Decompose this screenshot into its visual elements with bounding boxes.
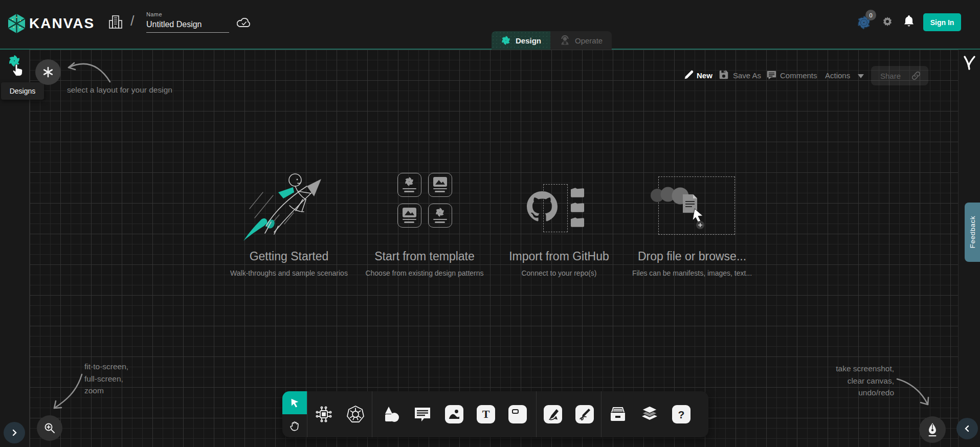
card-getting-started[interactable]: Getting Started Walk-throughs and sample… <box>217 169 361 277</box>
comment-bubble-icon <box>414 406 431 422</box>
history-hint-arrow <box>894 375 935 412</box>
component-chip-icon <box>315 406 332 423</box>
text-tool-button[interactable]: T <box>477 405 495 423</box>
select-tool-button[interactable] <box>282 391 307 414</box>
save-as-icon[interactable] <box>718 69 729 80</box>
card-title: Start from template <box>353 250 496 263</box>
brand-wordmark: KANVAS <box>29 15 95 32</box>
pointer-tools <box>282 391 307 437</box>
question-mark-icon: ? <box>678 409 685 420</box>
new-button[interactable]: New <box>697 71 712 80</box>
infra-tools <box>307 391 372 437</box>
copy-link-icon[interactable] <box>911 71 921 81</box>
operate-person-icon <box>560 35 570 46</box>
design-name-label: Name <box>146 11 229 17</box>
zoom-hint-arrow <box>45 371 86 415</box>
mode-tabs: Design Operate <box>492 31 612 50</box>
card-drop-file[interactable]: Drop file or browse... Files can be mani… <box>620 169 764 277</box>
media-tool-button[interactable] <box>445 405 463 423</box>
card-subtitle: Choose from existing design patterns <box>353 269 496 277</box>
zoom-button[interactable] <box>37 415 62 441</box>
annotation-tools: T <box>372 391 536 437</box>
new-pencil-icon[interactable] <box>683 69 695 80</box>
comment-tool-button[interactable] <box>413 405 432 423</box>
pan-tool-button[interactable] <box>282 414 307 437</box>
right-rail-logo-y[interactable] <box>963 55 976 71</box>
annotate-pen-button[interactable] <box>919 416 946 443</box>
organization-icon[interactable] <box>108 14 123 30</box>
help-button[interactable]: ? <box>672 405 691 423</box>
hand-pan-icon <box>289 420 300 432</box>
drawer-archive-icon <box>609 406 627 422</box>
save-as-button[interactable]: Save As <box>733 71 761 80</box>
template-tile-image <box>428 173 452 197</box>
chevron-left-icon <box>964 425 971 432</box>
tab-operate-label: Operate <box>575 36 603 45</box>
share-button[interactable]: Share <box>880 72 901 80</box>
layers-button[interactable] <box>640 405 659 423</box>
feedback-tab-label: Feedback <box>969 216 976 248</box>
designs-tooltip: Designs <box>1 82 44 100</box>
note-tool-button[interactable] <box>508 405 527 423</box>
kanvas-logo-icon[interactable] <box>8 13 26 34</box>
expand-left-panel-button[interactable] <box>4 422 25 443</box>
edge-pen-tool-button[interactable] <box>544 405 562 423</box>
chevron-down-icon[interactable] <box>857 74 864 79</box>
shapes-tool-button[interactable] <box>382 405 400 423</box>
comments-button[interactable]: Comments <box>780 71 817 80</box>
layers-stack-icon <box>640 406 659 423</box>
rocket-doodle-illustration <box>217 169 361 241</box>
left-rail <box>0 50 30 447</box>
avatar[interactable] <box>856 15 872 30</box>
pen-path-icon <box>546 408 560 421</box>
card-import-from-github[interactable]: Import from GitHub Connect to your repo(… <box>487 169 631 277</box>
kubernetes-tool-button[interactable] <box>346 405 365 423</box>
notifications-bell-icon[interactable] <box>903 14 915 28</box>
card-subtitle: Files can be manifests, images, text... <box>620 269 764 277</box>
tool-dock: T <box>282 391 708 437</box>
layout-asterisk-icon <box>42 66 54 78</box>
sketch-pencil-tool-button[interactable] <box>575 405 594 423</box>
drop-file-illustration <box>620 169 764 241</box>
settings-gear-icon[interactable] <box>882 16 893 27</box>
expand-right-panel-button[interactable] <box>956 418 978 439</box>
tab-design-label: Design <box>516 36 541 45</box>
cloud-saved-icon <box>237 17 251 28</box>
card-title: Getting Started <box>217 250 361 263</box>
share-group: Share <box>871 66 928 85</box>
history-hint-text: take screenshot, clear canvas, undo/redo <box>836 363 894 399</box>
zoom-hint-text: fit-to-screen, full-screen, zoom <box>84 361 128 397</box>
pointer-hand-cursor <box>11 61 25 77</box>
folder-icon <box>570 202 585 213</box>
card-start-from-template[interactable]: Start from template Choose from existing… <box>353 169 496 277</box>
image-media-icon <box>448 408 460 420</box>
kanvas-app: KANVAS / Name Design <box>0 0 980 447</box>
tab-design[interactable]: Design <box>492 31 550 50</box>
cursor-arrow-icon <box>289 397 300 409</box>
template-tile-spiral <box>428 204 452 228</box>
design-name-input[interactable] <box>146 20 229 33</box>
template-tile-spiral <box>397 173 421 197</box>
design-spiral-icon <box>501 35 511 46</box>
designs-tooltip-label: Designs <box>10 87 36 95</box>
template-tile-image <box>397 204 421 228</box>
app-header: KANVAS / Name Design <box>0 0 980 50</box>
component-tool-button[interactable] <box>315 405 333 423</box>
tab-operate[interactable]: Operate <box>550 31 612 50</box>
note-panel-icon <box>511 408 524 420</box>
feedback-tab[interactable]: Feedback <box>965 203 980 262</box>
github-octocat-icon <box>527 191 558 222</box>
github-illustration <box>487 169 631 241</box>
comments-icon[interactable] <box>766 69 777 81</box>
sign-in-button[interactable]: Sign In <box>923 13 961 31</box>
repo-folders <box>570 187 585 228</box>
import-drawer-button[interactable] <box>609 405 627 423</box>
layout-hint-arrow <box>57 55 114 87</box>
chevron-right-icon <box>11 429 18 436</box>
kubernetes-wheel-icon <box>346 405 365 423</box>
draw-tools <box>537 391 601 437</box>
actions-dropdown[interactable]: Actions <box>825 71 850 80</box>
utility-tools: ? <box>602 391 708 437</box>
card-title: Import from GitHub <box>487 250 631 263</box>
breadcrumb-separator: / <box>130 13 135 29</box>
